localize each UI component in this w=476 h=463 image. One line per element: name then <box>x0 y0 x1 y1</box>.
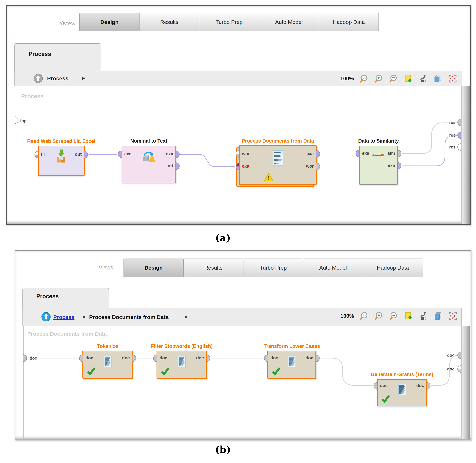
tab-design[interactable]: Design <box>124 258 184 277</box>
breadcrumb-separator-icon <box>83 315 85 319</box>
port-label: exa <box>362 151 369 156</box>
port-exa-in[interactable] <box>356 150 359 157</box>
port-exa-out[interactable] <box>176 151 180 158</box>
operator-nominal-to-text[interactable]: Nominal to Text exa exa ori <box>122 146 176 183</box>
fit-view-icon[interactable] <box>448 312 457 321</box>
document-icon <box>288 353 296 370</box>
zoom-level: 100% <box>341 313 354 319</box>
edge-doc-output-port-2[interactable] <box>458 365 461 373</box>
tab-turbo-prep[interactable]: Turbo Prep <box>199 13 259 31</box>
port-doc-out[interactable] <box>316 355 320 362</box>
port-label: out <box>75 152 82 157</box>
port-label-error: exa <box>242 164 249 169</box>
port-doc-in[interactable] <box>79 355 83 362</box>
auto-wire-icon[interactable] <box>419 312 428 321</box>
breadcrumb-item-process[interactable]: Process <box>53 314 74 320</box>
operator-generate-n-grams-terms[interactable]: Generate n-Grams (Terms) doc doc <box>377 379 427 406</box>
operator-read-web-scraped-lit-excel[interactable]: Read Web Scraped Lit. Excel fil out <box>38 146 85 176</box>
port-doc-out[interactable] <box>427 382 431 390</box>
auto-wire-icon[interactable] <box>419 74 428 83</box>
port-sim-out[interactable] <box>398 150 401 157</box>
zoom-out-icon[interactable] <box>389 312 398 321</box>
canvas-toolbar: 100% 1:1 <box>340 74 457 83</box>
operator-title: Tokenize <box>97 343 118 349</box>
operator-title: Filter Stopwords (English) <box>151 343 213 349</box>
zoom-out-icon[interactable] <box>389 74 398 83</box>
zoom-in-icon[interactable] <box>375 312 384 321</box>
canvas-left-border <box>23 326 24 439</box>
edge-result-label-3: res <box>432 145 456 150</box>
port-fil-in[interactable] <box>35 151 38 158</box>
tab-turbo-prep[interactable]: Turbo Prep <box>243 258 303 277</box>
operator-process-documents-from-data[interactable]: Process Documents from Data wor exa exa … <box>239 145 317 185</box>
zoom-in-icon[interactable] <box>374 74 383 83</box>
port-doc-out[interactable] <box>207 355 210 362</box>
divider <box>7 36 470 37</box>
port-label: ori <box>168 163 173 168</box>
operator-data-to-similarity[interactable]: Data to Similarity exa sim exa <box>359 146 398 185</box>
zoom-actual-icon[interactable]: 1:1 <box>360 312 369 321</box>
add-note-icon[interactable] <box>404 74 413 83</box>
views-label: Views: <box>92 264 115 271</box>
tab-auto-model[interactable]: Auto Model <box>303 258 363 277</box>
edge-input-port[interactable] <box>15 116 18 124</box>
operator-title: Nominal to Text <box>130 138 167 144</box>
port-out[interactable] <box>84 151 88 158</box>
tab-design[interactable]: Design <box>79 13 140 31</box>
warning-icon <box>264 173 273 182</box>
operator-tokenize[interactable]: Tokenize doc doc <box>82 351 133 379</box>
edge-input-port-label: inp <box>20 118 27 123</box>
operator-filter-stopwords-english[interactable]: Filter Stopwords (English) doc doc <box>157 351 207 379</box>
success-check-icon <box>160 366 170 377</box>
edge-result-port-2[interactable] <box>458 132 461 139</box>
edge-doc-input-label: doc <box>30 356 37 361</box>
fit-view-icon[interactable] <box>448 74 457 83</box>
edge-doc-output-port-1[interactable] <box>458 352 461 359</box>
breadcrumb-separator-icon <box>185 315 188 319</box>
port-doc-in[interactable] <box>264 355 268 362</box>
process-document-tab[interactable]: Process <box>14 43 101 71</box>
port-label: exa <box>124 151 132 157</box>
canvas-scroll-zone[interactable] <box>462 86 470 224</box>
edge-result-port-1[interactable] <box>458 119 461 126</box>
port-exa-out[interactable] <box>398 162 401 169</box>
document-icon <box>104 353 112 370</box>
canvas-scroll-zone[interactable] <box>462 326 470 439</box>
tab-results[interactable]: Results <box>183 258 243 277</box>
navigate-up-icon[interactable] <box>33 73 43 83</box>
port-exa-in-error[interactable] <box>236 163 239 170</box>
figure-caption-b: (b) <box>199 444 247 455</box>
navigate-up-icon[interactable] <box>41 312 51 322</box>
process-window-a: Views: Design Results Turbo Prep Auto Mo… <box>6 5 471 225</box>
breadcrumb-item[interactable]: Process <box>47 75 68 82</box>
port-exa-in[interactable] <box>118 151 122 158</box>
success-check-icon <box>271 366 281 377</box>
edge-doc-input-port[interactable] <box>23 355 27 362</box>
edge-result-label-1: res <box>432 120 456 125</box>
port-ori-out[interactable] <box>176 162 180 170</box>
views-label: Views: <box>53 19 75 26</box>
tab-results[interactable]: Results <box>139 13 199 31</box>
tab-hadoop-data[interactable]: Hadoop Data <box>363 258 423 277</box>
port-label: exa <box>306 151 314 156</box>
operator-transform-lower-cases[interactable]: Transform Lower Cases doc doc <box>267 351 316 379</box>
layers-icon[interactable] <box>433 74 442 83</box>
port-doc-in[interactable] <box>153 355 157 362</box>
port-wor-out[interactable] <box>316 163 320 170</box>
port-doc-in[interactable] <box>374 382 377 390</box>
port-exa-out[interactable] <box>316 150 320 158</box>
breadcrumb-separator-icon <box>82 77 85 80</box>
edge-result-port-3[interactable] <box>458 143 461 151</box>
add-note-icon[interactable] <box>404 312 413 321</box>
operator-title: Read Web Scraped Lit. Excel <box>27 138 95 144</box>
zoom-actual-icon[interactable]: 1:1 <box>359 74 368 83</box>
tab-auto-model[interactable]: Auto Model <box>259 13 319 31</box>
port-label: wor <box>306 164 314 169</box>
port-doc-out[interactable] <box>133 355 136 362</box>
tab-hadoop-data[interactable]: Hadoop Data <box>319 13 379 31</box>
port-wor-in[interactable] <box>236 150 239 158</box>
layers-icon[interactable] <box>433 312 442 321</box>
breadcrumb-item-current[interactable]: Process Documents from Data <box>89 314 169 320</box>
divider <box>15 283 471 283</box>
process-document-tab[interactable]: Process <box>22 288 109 308</box>
